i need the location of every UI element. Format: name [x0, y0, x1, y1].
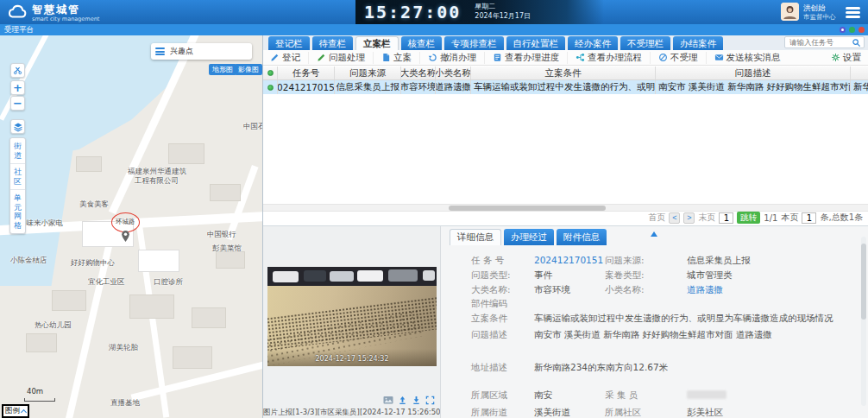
col-description: 问题描述 [656, 66, 851, 79]
cell-street[interactable]: 新华南路 [851, 80, 868, 94]
map-label: 中国银行 [207, 230, 236, 240]
field-label: 所属街道 [471, 407, 531, 418]
page-count-input[interactable] [802, 212, 816, 224]
zoom-in-button[interactable]: + [10, 80, 25, 95]
reject-button[interactable]: 不受理 [651, 52, 707, 64]
window-dot-green-icon[interactable] [849, 27, 855, 33]
map-label: 彭美菜馆 [212, 244, 242, 254]
cell-task-no[interactable]: 202412170151 [278, 80, 335, 94]
file-case-button[interactable]: 立案 [374, 52, 420, 64]
progress-list-icon [493, 53, 502, 62]
page-number-input[interactable] [719, 212, 733, 224]
clock-band: 15:27:00 星期二 2024年12月17日 [355, 0, 604, 24]
satellite-map-button[interactable]: 影像图 [235, 64, 262, 75]
layer-unit-grid-button[interactable]: 单元网格 [10, 189, 25, 233]
cancel-handling-button[interactable]: 撤消办理 [420, 52, 485, 64]
map-label: 小陈金桔店 [10, 256, 47, 266]
problem-handle-button[interactable]: 问题处理 [309, 52, 374, 64]
weekday-label: 星期二 [475, 3, 531, 12]
case-detail-fields: 详细信息 办理经过 附件信息 任 务 号 202412170151 问题来源: … [440, 226, 868, 418]
col-task-no: 任务号 [278, 66, 335, 79]
tab-special-inspection[interactable]: 专项排查栏 [444, 36, 504, 50]
map-tools-button[interactable] [10, 63, 25, 78]
cell-category[interactable]: 市容环境 [401, 80, 436, 94]
task-no-link[interactable]: 202412170151 [534, 255, 603, 265]
menu-icon[interactable] [846, 7, 860, 20]
tab-handled-cases[interactable]: 经办案件 [568, 36, 618, 50]
first-page-button[interactable]: 首页 [648, 212, 665, 224]
last-page-button[interactable]: 末页 [698, 212, 715, 224]
field-label: 问题类型: [471, 269, 531, 282]
tab-case-filing[interactable]: 立案栏 [355, 36, 399, 50]
tab-detail-info[interactable]: 详细信息 [450, 229, 501, 245]
field-label: 地址描述 [471, 362, 531, 374]
ban-icon [658, 53, 668, 62]
task-search-input[interactable] [788, 37, 852, 48]
search-icon[interactable] [852, 35, 861, 51]
map-search-box[interactable] [151, 43, 252, 60]
scrollbar-thumb[interactable] [449, 206, 606, 211]
field-value: 溪美街道 [534, 407, 570, 418]
cell-subcategory[interactable]: 道路遗撒 [436, 80, 471, 94]
platform-bar: 受理平台 [0, 24, 868, 35]
tab-closed-cases[interactable]: 办结案件 [673, 36, 723, 50]
map-panel[interactable]: 中国石 福建泉州华通建筑 工程有限公司 美食美客 好味来小家电 环城路 中国银行… [0, 35, 263, 418]
detail-tab-bar: 详细信息 办理经过 附件信息 [450, 229, 607, 245]
cell-description[interactable]: 南安市 溪美街道 新华南路 好好购物生鲜超市对面 道... [656, 80, 851, 94]
download-icon[interactable] [412, 396, 421, 405]
col-subcategory: 小类名称 [436, 66, 471, 79]
settings-button[interactable]: 设置 [831, 52, 861, 64]
layer-street-button[interactable]: 街道 [10, 138, 25, 163]
action-toolbar: 登记 问题处理 立案 撤消办理 查看办理进度 查看办理流程 不受理 发送核实消息… [263, 50, 868, 66]
subcategory-link[interactable]: 道路遗撒 [687, 284, 723, 296]
view-flow-button[interactable]: 查看办理流程 [568, 52, 651, 64]
status-dot-icon [267, 70, 274, 76]
case-photo[interactable]: 2024-12-17 15:24:32 [267, 267, 437, 366]
gear-icon [831, 53, 840, 62]
layers-button[interactable] [10, 119, 25, 134]
photo-timestamp: 2024-12-17 15:24:32 [267, 355, 437, 363]
table-row[interactable]: 202412170151 信息采集员上报 市容环境 道路遗撒 车辆运输或装卸过程… [263, 80, 868, 94]
tab-register[interactable]: 登记栏 [268, 36, 310, 50]
collapse-arrow-icon[interactable] [651, 231, 657, 237]
legend-toggle[interactable]: 图例 [2, 404, 29, 418]
window-dot-blue-icon[interactable] [840, 27, 846, 33]
cell-source[interactable]: 信息采集员上报 [335, 80, 401, 94]
task-search-box[interactable] [784, 36, 865, 48]
scrollbar-thumb[interactable] [861, 244, 866, 320]
cell-case-condition[interactable]: 车辆运输或装卸过程中发生遗撒的行为、或明显为车... [471, 80, 656, 94]
jump-button[interactable]: 跳转 [737, 212, 760, 224]
tab-verify[interactable]: 核查栏 [401, 36, 443, 50]
vertical-scrollbar[interactable] [861, 237, 866, 406]
map-label: 口腔诊所 [154, 277, 183, 288]
field-label: 问题来源: [605, 255, 665, 267]
zoom-out-button[interactable]: − [10, 96, 25, 111]
tab-handling-history[interactable]: 办理经过 [504, 229, 554, 245]
user-avatar[interactable] [781, 3, 799, 21]
field-value: 彭美社区 [687, 407, 723, 418]
field-value: 南安 [534, 390, 552, 402]
fullscreen-icon[interactable] [425, 396, 435, 405]
tab-self-handling[interactable]: 自行处置栏 [506, 36, 566, 50]
send-verify-message-button[interactable]: 发送核实消息 [707, 52, 789, 64]
upload-icon[interactable] [398, 396, 407, 405]
list-icon[interactable] [155, 47, 165, 57]
tab-rejected[interactable]: 不受理栏 [620, 36, 670, 50]
field-label: 部件编码 [471, 298, 531, 310]
tab-attachments[interactable]: 附件信息 [557, 229, 607, 245]
image-icon[interactable] [383, 396, 393, 405]
field-value: 信息采集员上报 [687, 255, 751, 267]
map-label: 直播基地 [110, 398, 140, 408]
next-page-button[interactable]: > [683, 212, 695, 224]
view-progress-button[interactable]: 查看办理进度 [485, 52, 568, 64]
window-dot-red-icon[interactable] [859, 27, 865, 33]
redacted-value [687, 390, 726, 399]
terrain-map-button[interactable]: 地形图 [209, 64, 236, 75]
page-ratio: 1/1 [764, 213, 777, 223]
map-search-input[interactable] [168, 47, 237, 57]
register-button[interactable]: 登记 [268, 52, 309, 64]
tab-pending-check[interactable]: 待查栏 [312, 36, 354, 50]
layer-community-button[interactable]: 社区 [10, 163, 25, 189]
prev-page-button[interactable]: < [669, 212, 680, 224]
field-value: 市容环境 [534, 284, 570, 296]
